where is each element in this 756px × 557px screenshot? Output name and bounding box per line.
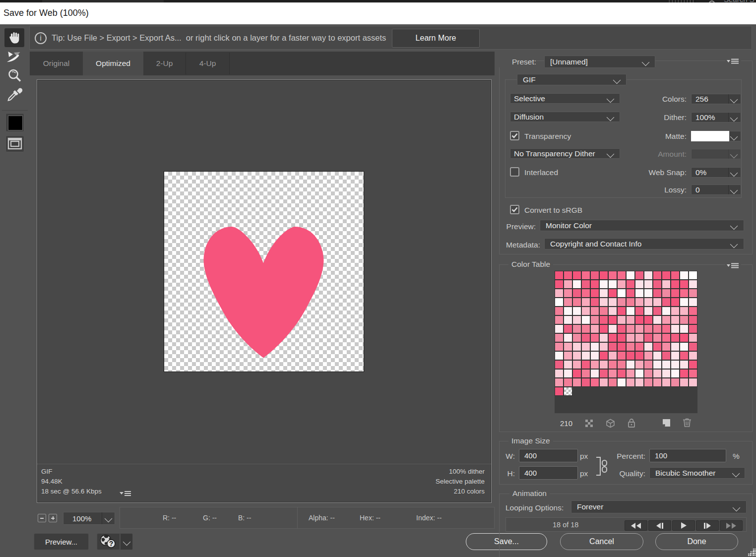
svg-text:?: ?: [109, 540, 114, 548]
